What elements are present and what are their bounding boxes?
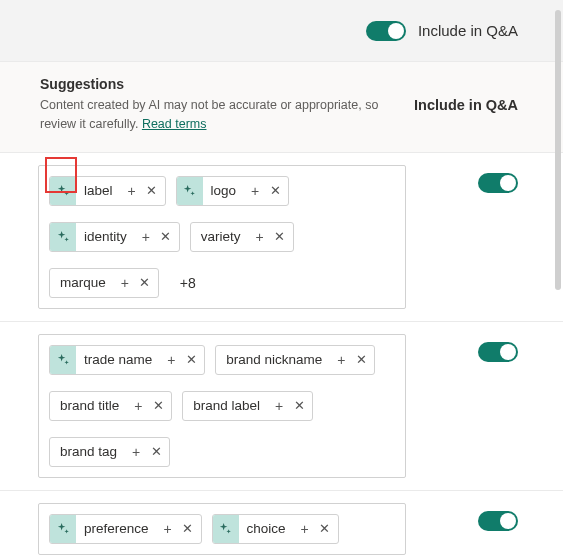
chip-remove-button[interactable]: ✕ — [271, 223, 293, 251]
synonym-chip[interactable]: trade name+✕ — [49, 345, 205, 375]
chip-label: preference — [76, 521, 157, 536]
chip-label: marque — [50, 275, 114, 290]
synonym-chip[interactable]: variety+✕ — [190, 222, 294, 252]
include-qna-toggle-global[interactable] — [366, 21, 406, 41]
synonym-chip[interactable]: label+✕ — [49, 176, 166, 206]
chip-label: identity — [76, 229, 135, 244]
chip-add-button[interactable]: + — [330, 346, 352, 374]
suggestions-header: Suggestions Content created by AI may no… — [0, 62, 563, 153]
synonym-chip[interactable]: brand nickname+✕ — [215, 345, 375, 375]
chip-add-button[interactable]: + — [125, 438, 147, 466]
chip-add-button[interactable]: + — [160, 346, 182, 374]
chip-remove-button[interactable]: ✕ — [290, 392, 312, 420]
chip-add-button[interactable]: + — [121, 177, 143, 205]
suggestions-title: Suggestions — [40, 76, 380, 92]
chip-label: brand nickname — [216, 352, 330, 367]
include-qna-toggle-row[interactable] — [478, 511, 518, 531]
sparkle-icon — [213, 515, 239, 543]
chip-label: logo — [203, 183, 245, 198]
chip-label: variety — [191, 229, 249, 244]
chip-add-button[interactable]: + — [294, 515, 316, 543]
synonym-chip[interactable]: marque+✕ — [49, 268, 159, 298]
chip-remove-button[interactable]: ✕ — [266, 177, 288, 205]
chip-container: trade name+✕brand nickname+✕brand title+… — [38, 334, 406, 478]
chip-add-button[interactable]: + — [244, 177, 266, 205]
suggestion-group: label+✕logo+✕identity+✕variety+✕marque+✕… — [0, 153, 563, 322]
chip-label: brand title — [50, 398, 127, 413]
synonym-chip[interactable]: logo+✕ — [176, 176, 290, 206]
chip-add-button[interactable]: + — [157, 515, 179, 543]
sparkle-icon — [50, 223, 76, 251]
synonym-chip[interactable]: brand title+✕ — [49, 391, 172, 421]
chip-remove-button[interactable]: ✕ — [352, 346, 374, 374]
chip-remove-button[interactable]: ✕ — [179, 515, 201, 543]
include-qna-column-header: Include in Q&A — [414, 97, 518, 113]
synonym-chip[interactable]: identity+✕ — [49, 222, 180, 252]
chip-add-button[interactable]: + — [114, 269, 136, 297]
chip-label: label — [76, 183, 121, 198]
chip-container: label+✕logo+✕identity+✕variety+✕marque+✕… — [38, 165, 406, 309]
synonym-chip[interactable]: brand tag+✕ — [49, 437, 170, 467]
chip-add-button[interactable]: + — [268, 392, 290, 420]
chip-remove-button[interactable]: ✕ — [149, 392, 171, 420]
read-terms-link[interactable]: Read terms — [142, 117, 207, 131]
synonym-chip[interactable]: preference+✕ — [49, 514, 202, 544]
include-qna-toggle-row[interactable] — [478, 173, 518, 193]
chip-container: preference+✕choice+✕ — [38, 503, 406, 555]
sparkle-icon — [50, 515, 76, 543]
chip-remove-button[interactable]: ✕ — [136, 269, 158, 297]
chip-remove-button[interactable]: ✕ — [143, 177, 165, 205]
top-bar: Include in Q&A — [0, 0, 563, 62]
include-qna-toggle-row[interactable] — [478, 342, 518, 362]
chip-remove-button[interactable]: ✕ — [316, 515, 338, 543]
scrollbar[interactable] — [555, 10, 561, 290]
suggestion-group: trade name+✕brand nickname+✕brand title+… — [0, 322, 563, 491]
chip-remove-button[interactable]: ✕ — [147, 438, 169, 466]
chip-remove-button[interactable]: ✕ — [157, 223, 179, 251]
overflow-chip[interactable]: +8 — [169, 268, 207, 298]
synonym-chip[interactable]: choice+✕ — [212, 514, 339, 544]
sparkle-icon — [177, 177, 203, 205]
chip-add-button[interactable]: + — [249, 223, 271, 251]
chip-label: brand label — [183, 398, 268, 413]
suggestion-group: preference+✕choice+✕ — [0, 491, 563, 560]
include-qna-toggle-label: Include in Q&A — [418, 22, 518, 39]
chip-label: choice — [239, 521, 294, 536]
chip-add-button[interactable]: + — [135, 223, 157, 251]
synonym-chip[interactable]: brand label+✕ — [182, 391, 313, 421]
chip-label: brand tag — [50, 444, 125, 459]
chip-add-button[interactable]: + — [127, 392, 149, 420]
sparkle-icon — [50, 346, 76, 374]
sparkle-icon — [50, 177, 76, 205]
chip-label: trade name — [76, 352, 160, 367]
suggestions-description: Content created by AI may not be accurat… — [40, 96, 380, 134]
chip-remove-button[interactable]: ✕ — [182, 346, 204, 374]
